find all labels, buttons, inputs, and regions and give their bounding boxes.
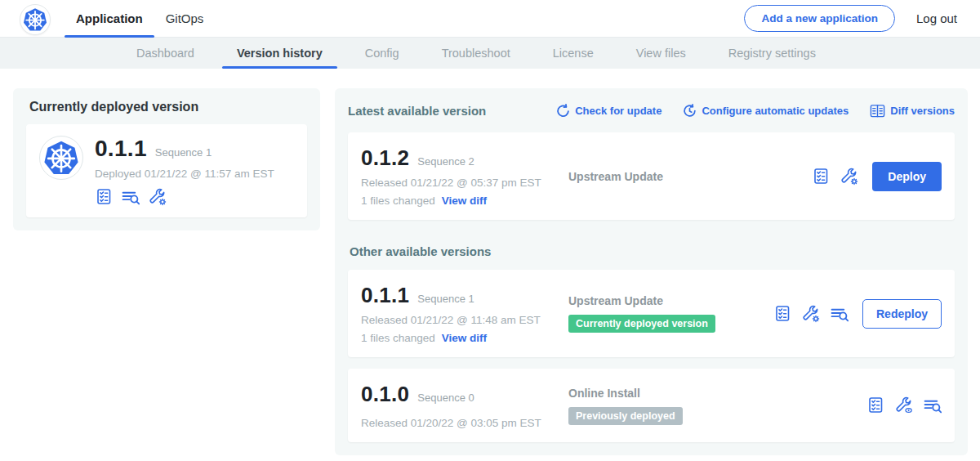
- view-logs-icon[interactable]: [122, 188, 140, 206]
- configure-automatic-updates-link[interactable]: Configure automatic updates: [683, 104, 849, 118]
- view-diff-link[interactable]: View diff: [442, 332, 487, 344]
- currently-deployed-badge: Currently deployed version: [568, 315, 715, 333]
- schedule-clock-icon: [683, 104, 697, 118]
- view-logs-icon[interactable]: [831, 305, 849, 323]
- app-kubernetes-icon: [39, 136, 83, 180]
- tab-dashboard[interactable]: Dashboard: [115, 38, 216, 69]
- currently-deployed-panel: Currently deployed version 0.1.1 Sequenc…: [13, 88, 320, 230]
- version-card-0-1-1: 0.1.1 Sequence 1 Released 01/21/22 @ 11:…: [348, 270, 955, 357]
- tab-application-label: Application: [76, 11, 143, 25]
- version-number: 0.1.0: [361, 382, 409, 407]
- sequence-label: Sequence 2: [417, 155, 474, 168]
- tab-config[interactable]: Config: [344, 38, 421, 69]
- tab-troubleshoot[interactable]: Troubleshoot: [421, 38, 532, 69]
- tab-gitops[interactable]: GitOps: [154, 0, 216, 37]
- tab-version-history[interactable]: Version history: [216, 38, 344, 69]
- latest-available-title: Latest available version: [348, 104, 486, 118]
- deploy-button[interactable]: Deploy: [872, 162, 942, 191]
- version-card-0-1-0: 0.1.0 Sequence 0 Released 01/20/22 @ 03:…: [348, 369, 955, 442]
- app-subnav: Dashboard Version history Config Trouble…: [0, 38, 980, 69]
- release-notes-icon[interactable]: [812, 168, 830, 186]
- tab-license[interactable]: License: [532, 38, 615, 69]
- view-config-icon[interactable]: [895, 396, 913, 414]
- version-number: 0.1.2: [361, 145, 409, 171]
- other-versions-title: Other available versions: [350, 244, 955, 258]
- logout-button[interactable]: Log out: [916, 11, 957, 25]
- release-notes-icon[interactable]: [773, 305, 791, 323]
- top-navbar: Application GitOps Add a new application…: [0, 0, 980, 38]
- deployed-timestamp: Deployed 01/21/22 @ 11:57 am EST: [95, 168, 274, 180]
- sequence-label: Sequence 1: [417, 293, 474, 305]
- tab-gitops-label: GitOps: [166, 11, 204, 25]
- version-number: 0.1.1: [361, 283, 409, 308]
- version-history-panel: Latest available version Check for updat…: [335, 88, 968, 455]
- add-application-button[interactable]: Add a new application: [744, 5, 895, 32]
- previously-deployed-badge: Previously deployed: [568, 407, 683, 425]
- deployed-sequence-label: Sequence 1: [155, 146, 212, 159]
- edit-config-icon[interactable]: [802, 305, 820, 323]
- edit-config-icon[interactable]: [840, 168, 858, 186]
- view-logs-icon[interactable]: [924, 396, 942, 414]
- check-for-update-link[interactable]: Check for update: [556, 104, 662, 118]
- app-nav-tabs: Application GitOps: [65, 0, 215, 37]
- deployed-version-card: 0.1.1 Sequence 1 Deployed 01/21/22 @ 11:…: [26, 124, 307, 217]
- version-card-0-1-2: 0.1.2 Sequence 2 Released 01/21/22 @ 05:…: [348, 132, 955, 220]
- tab-registry-settings[interactable]: Registry settings: [707, 38, 837, 69]
- diff-icon: [870, 103, 885, 119]
- released-timestamp: Released 01/21/22 @ 05:37 pm EST: [361, 177, 568, 189]
- release-notes-icon[interactable]: [866, 396, 884, 414]
- kubernetes-logo-icon: [20, 4, 51, 35]
- released-timestamp: Released 01/20/22 @ 03:05 pm EST: [361, 417, 568, 429]
- sequence-label: Sequence 0: [417, 392, 474, 404]
- files-changed-label: 1 files changed: [361, 332, 435, 344]
- files-changed-label: 1 files changed: [361, 195, 435, 207]
- version-source-label: Upstream Update: [568, 294, 773, 307]
- edit-config-icon[interactable]: [149, 188, 167, 206]
- redeploy-button[interactable]: Redeploy: [862, 299, 942, 329]
- released-timestamp: Released 01/21/22 @ 11:48 am EST: [361, 314, 568, 326]
- currently-deployed-title: Currently deployed version: [13, 88, 320, 124]
- tab-application[interactable]: Application: [65, 0, 154, 37]
- diff-versions-link[interactable]: Diff versions: [870, 103, 955, 119]
- page: Application GitOps Add a new application…: [0, 0, 980, 461]
- release-notes-icon[interactable]: [95, 188, 113, 206]
- version-source-label: Upstream Update: [568, 170, 812, 183]
- deployed-version-number: 0.1.1: [95, 136, 147, 162]
- refresh-icon: [556, 104, 570, 118]
- view-diff-link[interactable]: View diff: [442, 195, 487, 207]
- version-source-label: Online Install: [568, 387, 866, 400]
- tab-view-files[interactable]: View files: [615, 38, 707, 69]
